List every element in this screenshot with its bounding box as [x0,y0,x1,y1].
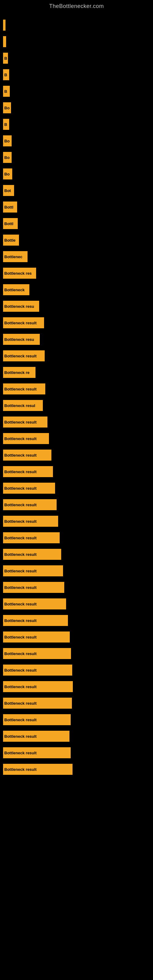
bar-row: B [3,83,153,99]
bar-label: Bottleneck result [4,618,37,623]
bars-container: BBBBoBBoBoBoBotBottlBottlBottleBottlenec… [0,11,153,781]
bar-row: Bottleneck result [3,629,153,645]
bar-label: Bottleneck result [4,734,37,739]
bar-item: Bottleneck result [3,450,51,461]
bar-item: Bo [3,169,12,180]
site-title: TheBottlenecker.com [0,0,153,11]
bar-item: Bottleneck resul [3,400,43,411]
bar-row: Bottleneck result [3,662,153,678]
bar-row: Bottleneck [3,282,153,298]
bar-item [3,20,5,30]
bar-label: Bottleneck result [4,519,37,524]
bar-row: B [3,50,153,66]
bar-label: B [4,56,7,60]
bar-item: B [3,69,9,80]
bar-item: Bottleneck result [3,698,72,709]
bar-label: Bottleneck result [4,420,37,425]
bar-item: B [3,86,10,97]
bar-item: Bottleneck result [3,714,71,725]
bar-item: Bottleneck result [3,598,66,609]
bar-row: Bottleneck result [3,563,153,579]
bar-label: Bottleneck res [4,271,32,275]
bar-label: Bottleneck result [4,387,37,391]
bar-label: Bottleneck result [4,503,37,507]
bar-item: Bottleneck result [3,350,45,361]
bar-label: Bottleneck result [4,486,37,491]
bar-label: Bottleneck result [4,536,37,540]
bar-row: Bottleneck result [3,695,153,711]
bar-label: Bottleneck result [4,651,37,656]
bar-row: Bottleneck re [3,364,153,380]
bar-row: B [3,67,153,83]
bar-item: Bottl [3,202,17,213]
bar-row: Bottleneck result [3,728,153,744]
bar-row: Bottleneck result [3,679,153,695]
bar-item: Bo [3,152,12,163]
bar-item: Bot [3,185,14,196]
bar-row: Bottleneck result [3,513,153,529]
bar-label: Bottleneck resu [4,304,34,309]
bar-row: Bottleneck result [3,761,153,777]
bar-label: Bottleneck result [4,751,37,755]
bar-row: Bottleneck result [3,612,153,628]
bar-item: Bottleneck result [3,632,70,643]
bar-item: Bottleneck result [3,747,71,758]
bar-label: Bottleneck result [4,436,37,441]
bar-item: Bottleneck result [3,681,73,692]
bar-label: Bottleneck result [4,718,37,722]
bar-row: Bottleneck result [3,712,153,728]
bar-item: Bottleneck result [3,483,55,494]
bar-label: Bottleneck result [4,701,37,706]
bar-item: Bottleneck result [3,417,48,428]
bar-label: Bottlenec [4,255,22,259]
bar-item [3,36,6,47]
bar-item: Bottleneck resu [3,301,39,312]
bar-item: Bottleneck result [3,582,64,593]
bar-item: Bottleneck result [3,565,63,576]
bar-item: Bottle [3,235,19,246]
bar-label: Bottleneck result [4,354,37,358]
bar-row: Bottleneck result [3,546,153,562]
bar-item: Bottleneck re [3,367,35,378]
bar-label: Bottleneck [4,288,24,292]
bar-row: Bottleneck result [3,381,153,397]
bar-label: Bottleneck result [4,684,37,689]
bar-label: Bottl [4,221,13,226]
bar-row [3,17,153,33]
bar-label: Bo [4,139,10,143]
bar-row: Bottleneck result [3,497,153,513]
bar-label: B [4,89,7,94]
bar-label: Bottleneck result [4,635,37,640]
bar-item: Bottl [3,218,18,229]
bar-label: Bottleneck result [4,668,37,673]
bar-label: Bottleneck result [4,767,37,772]
bar-row: Bo [3,100,153,116]
bar-label: Bo [4,106,10,110]
bar-label: Bottleneck result [4,602,37,606]
bar-row: Bottleneck result [3,414,153,430]
bar-item: Bottleneck result [3,648,71,659]
bar-row: Bottleneck result [3,745,153,761]
bar-row: Bottleneck result [3,431,153,447]
bar-label: Bottleneck result [4,453,37,458]
bar-item: Bottleneck result [3,433,49,444]
bar-row: Bottleneck result [3,530,153,546]
bar-item: Bottleneck result [3,764,73,775]
bar-row: Bottleneck result [3,480,153,496]
bar-row: Bottleneck resu [3,331,153,347]
bar-item: Bottleneck resu [3,334,40,345]
bar-label: B [4,122,7,127]
bar-label: Bottleneck result [4,469,37,474]
bar-item: Bottleneck res [3,268,36,279]
bar-item: Bottleneck result [3,615,68,626]
bar-row: Bottle [3,232,153,248]
bar-item: Bottleneck result [3,317,44,328]
bar-row: Bottleneck result [3,447,153,463]
bar-row: Bottl [3,216,153,232]
bar-row: Bot [3,183,153,199]
bar-item: Bottlenec [3,251,27,262]
bar-item: Bottleneck result [3,532,60,543]
bar-item: B [3,119,9,130]
bar-row: Bottleneck result [3,579,153,595]
bar-label: Bottle [4,238,16,243]
